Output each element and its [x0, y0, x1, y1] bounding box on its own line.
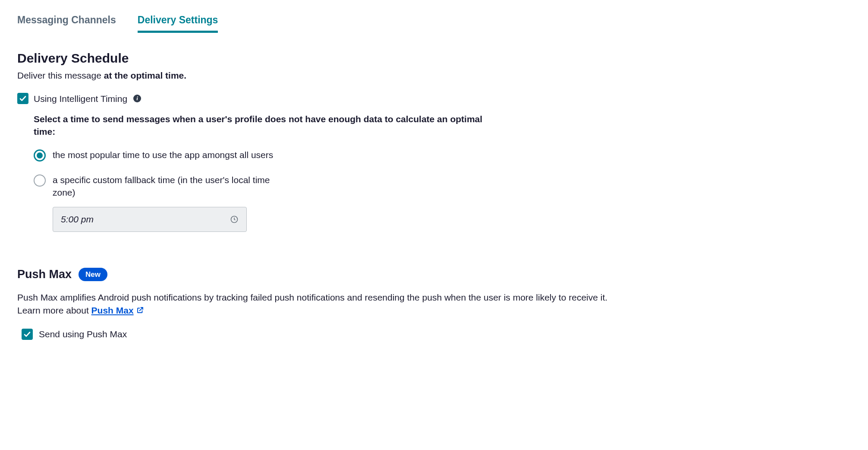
- push-max-checkbox[interactable]: [22, 329, 33, 340]
- intelligent-timing-checkbox[interactable]: [17, 93, 28, 104]
- external-link-icon: [136, 306, 144, 314]
- info-icon[interactable]: i: [133, 95, 141, 102]
- fallback-block: Select a time to send messages when a us…: [34, 113, 500, 232]
- time-input-container: 5:00 pm: [53, 207, 500, 232]
- checkmark-icon: [19, 95, 27, 102]
- radio-row-custom: a specific custom fallback time (in the …: [34, 174, 500, 199]
- intelligent-timing-row: Using Intelligent Timing i: [17, 92, 851, 105]
- intelligent-timing-label: Using Intelligent Timing: [34, 92, 127, 105]
- push-max-checkbox-label: Send using Push Max: [39, 328, 127, 340]
- push-max-link[interactable]: Push Max: [91, 304, 144, 317]
- delivery-schedule-subtitle: Deliver this message at the optimal time…: [17, 69, 851, 82]
- radio-popular-label: the most popular time to use the app amo…: [53, 149, 273, 161]
- clock-icon: [230, 215, 239, 224]
- subtitle-bold: at the optimal time.: [104, 70, 186, 80]
- tab-messaging-channels[interactable]: Messaging Channels: [17, 13, 116, 32]
- radio-custom-label: a specific custom fallback time (in the …: [53, 174, 294, 199]
- checkmark-icon: [23, 330, 31, 338]
- fallback-time-value: 5:00 pm: [61, 213, 94, 225]
- radio-custom-time[interactable]: [34, 174, 46, 187]
- subtitle-prefix: Deliver this message: [17, 70, 104, 80]
- push-max-description: Push Max amplifies Android push notifica…: [17, 291, 621, 317]
- push-max-header: Push Max New: [17, 266, 851, 283]
- delivery-schedule-title: Delivery Schedule: [17, 49, 851, 67]
- radio-popular-time[interactable]: [34, 149, 46, 162]
- tabs: Messaging Channels Delivery Settings: [17, 13, 851, 32]
- push-max-link-text: Push Max: [91, 304, 134, 317]
- delivery-schedule-section: Delivery Schedule Deliver this message a…: [17, 49, 851, 231]
- radio-row-popular: the most popular time to use the app amo…: [34, 149, 500, 162]
- tab-delivery-settings[interactable]: Delivery Settings: [138, 13, 218, 32]
- fallback-time-input[interactable]: 5:00 pm: [53, 207, 247, 232]
- fallback-prompt: Select a time to send messages when a us…: [34, 113, 500, 138]
- push-max-section: Push Max New Push Max amplifies Android …: [17, 266, 851, 341]
- push-max-checkbox-row: Send using Push Max: [22, 328, 851, 340]
- push-max-title: Push Max: [17, 266, 72, 283]
- new-badge: New: [79, 268, 107, 282]
